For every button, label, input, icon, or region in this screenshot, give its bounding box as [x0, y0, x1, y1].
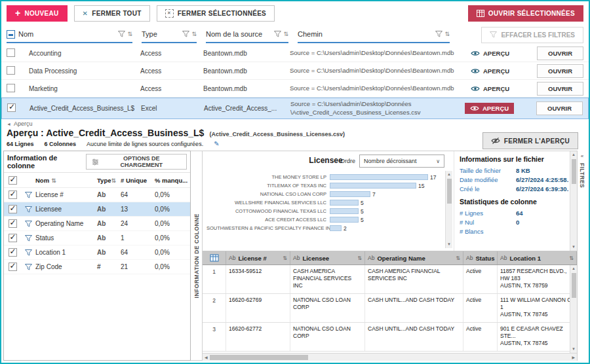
column-row[interactable]: Status Ab 1 0,0%	[4, 231, 190, 246]
fermer-apercu-button[interactable]: FERMER L'APERÇU	[482, 132, 578, 149]
sort-icon[interactable]: ⇅	[127, 31, 132, 37]
data-row[interactable]: 2 16620-62769 NATIONAL CSO LOAN CORP CAS…	[203, 294, 577, 323]
column-header-source[interactable]: Nom de la source ⇅	[206, 26, 288, 43]
dt-header-location[interactable]: AbLocation 1⇅	[498, 251, 577, 264]
select-all-checkbox[interactable]	[7, 30, 15, 39]
column-row[interactable]: Location 1 Ab 64 0,0%	[4, 246, 190, 260]
ci-header-manquant[interactable]: % manqu...	[155, 177, 190, 184]
select-all-columns-checkbox[interactable]	[9, 176, 17, 185]
dt-header-licensee[interactable]: AbLicensee⇅	[290, 251, 365, 264]
column-header-chemin[interactable]: Chemin ⇅	[298, 26, 450, 43]
apercu-button[interactable]: APERÇU	[465, 83, 515, 94]
scroll-thumb[interactable]	[210, 355, 308, 360]
type-ab-icon: Ab	[368, 255, 374, 261]
table-row[interactable]: Marketing Access Beantown.mdb Source = C…	[1, 80, 589, 98]
column-header-type[interactable]: Type ⇅	[142, 26, 197, 43]
filter-icon[interactable]	[25, 221, 32, 227]
sort-icon[interactable]: ⇅	[283, 255, 287, 261]
apercu-button[interactable]: APERÇU	[465, 65, 515, 77]
filter-icon[interactable]	[274, 31, 281, 37]
column-row[interactable]: Zip Code # 21 0,0%	[4, 260, 190, 274]
sort-icon[interactable]: ⇅	[51, 177, 56, 184]
nouveau-button[interactable]: + NOUVEAU	[7, 5, 68, 22]
column-row[interactable]: License # Ab 64 0,0%	[4, 188, 190, 202]
chart-scrollbar[interactable]: ▲ ▼	[445, 171, 452, 248]
row-checkbox[interactable]	[7, 48, 15, 57]
sort-icon[interactable]: ⇅	[569, 255, 574, 261]
column-header-nom[interactable]: Nom ⇅	[7, 26, 132, 43]
scroll-thumb[interactable]	[572, 273, 576, 298]
data-row[interactable]: 3 16620-62772 NATIONAL CSO LOAN CORP CAS…	[203, 323, 577, 352]
sort-icon[interactable]: ⇅	[357, 255, 362, 261]
ouvrir-selectionnees-button[interactable]: OUVRIR SÉLECTIONNÉES	[468, 5, 583, 22]
filter-icon[interactable]	[25, 264, 32, 270]
sort-icon[interactable]: ⇅	[444, 31, 450, 37]
data-table-scrollbar[interactable]: ▲ ▼	[570, 265, 577, 353]
dt-header-operating[interactable]: AbOperating Name⇅	[365, 251, 463, 264]
ci-header-type[interactable]: Type⇅	[97, 177, 121, 184]
table-row[interactable]: Data Processing Access Beantown.mdb Sour…	[1, 62, 589, 80]
sort-icon[interactable]: ⇅	[111, 177, 116, 184]
sort-icon[interactable]: ⇅	[456, 255, 460, 261]
column-row-selected[interactable]: Licensee Ab 13 0,0%	[4, 202, 190, 217]
ci-header-unique[interactable]: # Unique	[121, 177, 155, 184]
fermer-tout-button[interactable]: ✕ FERMER TOUT	[74, 5, 150, 22]
expand-panel-icon[interactable]: «	[581, 153, 583, 159]
column-checkbox[interactable]	[9, 205, 17, 213]
filter-icon[interactable]	[118, 31, 125, 37]
sort-icon[interactable]: ⇅	[283, 31, 288, 37]
filter-icon[interactable]	[435, 31, 442, 37]
collapse-preview-icon[interactable]: ◄	[7, 122, 11, 126]
ouvrir-button[interactable]: OUVRIR	[536, 101, 583, 115]
row-checkbox[interactable]	[7, 84, 15, 92]
row-checkbox[interactable]	[7, 103, 16, 112]
table-row[interactable]: Accounting Access Beantown.mdb Source = …	[1, 45, 589, 62]
column-info-vertical-tab[interactable]: INFORMATION DE COLONNE	[191, 151, 203, 361]
scroll-left-icon[interactable]: ◀	[205, 355, 208, 359]
edit-icon[interactable]: ✎	[214, 140, 219, 147]
row-name: Active_Credit_Access_Business_L$	[30, 105, 141, 112]
filter-icon[interactable]	[25, 192, 32, 198]
sort-icon[interactable]: ⇅	[191, 31, 197, 37]
fermer-selectionnees-button[interactable]: ✕ FERMER SÉLECTIONNÉES	[157, 5, 275, 22]
scroll-up-icon[interactable]: ▲	[572, 266, 576, 272]
options-chargement-button[interactable]: OPTIONS DE CHARGEMENT	[86, 154, 187, 170]
row-checkbox[interactable]	[7, 66, 15, 75]
dt-header-license[interactable]: AbLicense #⇅	[226, 251, 290, 264]
filtres-tab[interactable]: « FILTRES	[577, 151, 587, 361]
filter-icon[interactable]	[25, 206, 32, 213]
column-checkbox[interactable]	[9, 248, 17, 257]
data-row[interactable]: 1 16334-59512 CASH AMERICA FINANCIAL SER…	[203, 265, 577, 294]
ouvrir-button[interactable]: OUVRIR	[537, 82, 583, 96]
filter-icon[interactable]	[25, 235, 32, 242]
column-checkbox[interactable]	[9, 219, 17, 228]
dt-header-status[interactable]: AbStatus⇅	[463, 251, 498, 264]
column-checkbox[interactable]	[9, 191, 17, 199]
apercu-button-active[interactable]: APERÇU	[465, 103, 514, 114]
effacer-filtres-button[interactable]: EFFACER LES FILTRES	[481, 27, 583, 43]
stat-label: # Blancs	[460, 228, 516, 235]
column-checkbox[interactable]	[9, 263, 17, 271]
column-row[interactable]: Operating Name Ab 24 0,0%	[4, 217, 190, 231]
ouvrir-button[interactable]: OUVRIR	[537, 46, 583, 60]
scroll-thumb[interactable]	[447, 179, 452, 204]
bar	[330, 217, 359, 223]
order-dropdown[interactable]: Nombre décroissant ∨	[359, 155, 444, 168]
column-checkbox[interactable]	[9, 234, 17, 242]
scroll-down-icon[interactable]: ▼	[572, 346, 576, 352]
filter-icon[interactable]	[25, 249, 32, 256]
filter-icon[interactable]	[182, 31, 189, 37]
scroll-up-icon[interactable]: ▲	[447, 172, 451, 177]
row-source: Active_Credit_Access_...	[204, 105, 290, 112]
apercu-button[interactable]: APERÇU	[465, 48, 515, 59]
ouvrir-button[interactable]: OUVRIR	[537, 64, 583, 78]
scroll-down-icon[interactable]: ▼	[447, 242, 451, 247]
scroll-down-icon[interactable]: ▼	[572, 244, 576, 250]
horizontal-scrollbar[interactable]: ◀ ▶	[203, 353, 577, 361]
scroll-up-icon[interactable]: ▲	[572, 152, 576, 158]
table-row-selected[interactable]: Active_Credit_Access_Business_L$ Excel A…	[1, 98, 589, 119]
ci-header-nom[interactable]: Nom⇅	[35, 177, 97, 184]
scroll-right-icon[interactable]: ▶	[572, 355, 575, 359]
scroll-thumb[interactable]	[572, 159, 576, 184]
info-scrollbar[interactable]: ▲ ▼	[570, 151, 577, 251]
